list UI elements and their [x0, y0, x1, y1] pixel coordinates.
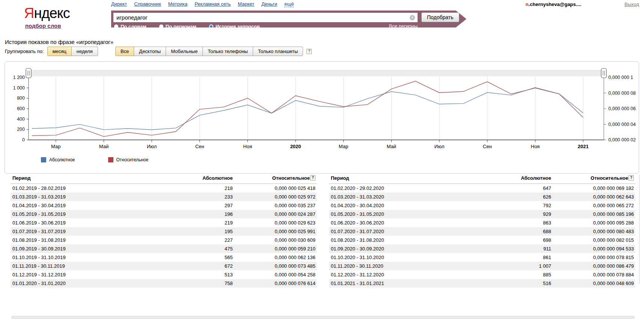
relative-cell: 0,000 000 073 485 — [234, 262, 317, 270]
table-row: 01.01.2020 - 31.01.20207580,000 000 076 … — [11, 279, 317, 288]
relative-cell: 0,000 000 059 210 — [234, 244, 317, 253]
range-slider-handle[interactable] — [601, 68, 606, 78]
mode-radio[interactable]: История запросов — [209, 24, 260, 29]
column-header: Период — [329, 173, 504, 184]
periods-table-2019: ПериодАбсолютноеОтносительное?01.02.2019… — [11, 173, 317, 288]
legend-label-relative: Относительное — [116, 157, 149, 162]
column-header: Абсолютное — [185, 173, 234, 184]
period-cell: 01.01.2020 - 31.01.2020 — [11, 279, 185, 288]
relative-cell: 0,000 000 094 533 — [553, 244, 635, 253]
device-filter-button[interactable]: Только планшеты — [253, 47, 303, 56]
device-filter-button[interactable]: Мобильные — [166, 47, 203, 56]
absolute-cell: 698 — [504, 236, 553, 244]
device-filter-button[interactable]: Только телефоны — [202, 47, 253, 56]
table-row: 01.02.2020 - 29.02.20206470,000 000 069 … — [329, 184, 635, 193]
svg-text:0,000 000 08: 0,000 000 08 — [608, 91, 636, 96]
account-email[interactable]: n.chernysheva@gaps.... — [525, 2, 581, 7]
absolute-cell: 219 — [185, 218, 234, 227]
absolute-cell: 565 — [185, 253, 234, 262]
period-cell: 01.12.2019 - 31.12.2019 — [11, 270, 185, 279]
series-line-relative — [32, 81, 583, 136]
help-icon[interactable]: ? — [629, 175, 634, 180]
help-icon[interactable]: ? — [306, 49, 312, 54]
absolute-cell: 196 — [185, 210, 234, 218]
column-header: Относительное? — [234, 173, 317, 184]
svg-text:2020: 2020 — [290, 144, 301, 149]
absolute-cell: 297 — [185, 201, 234, 210]
search-input[interactable] — [113, 13, 418, 22]
help-icon[interactable]: ? — [310, 175, 315, 180]
svg-text:0: 0 — [22, 137, 25, 143]
relative-cell: 0,000 000 082 015 — [553, 236, 635, 244]
logo-letter-ya: Я — [24, 5, 34, 21]
range-slider-track[interactable] — [29, 70, 604, 76]
yandex-logo[interactable]: Яндекс — [24, 5, 70, 21]
svg-text:Май: Май — [387, 144, 396, 149]
period-cell: 01.04.2020 - 30.04.2020 — [329, 201, 504, 210]
relative-cell: 0,000 000 078 884 — [553, 270, 635, 279]
table-row: 01.02.2019 - 28.02.20192180,000 000 025 … — [11, 184, 317, 193]
search-modes: По словамПо регионамИстория запросовВсе … — [114, 23, 418, 29]
legend-swatch-absolute — [41, 157, 46, 162]
table-row: 01.07.2019 - 31.07.20191950,000 000 025 … — [11, 227, 317, 236]
relative-cell: 0,000 000 095 288 — [553, 218, 635, 227]
nav-link[interactable]: Метрика — [168, 1, 187, 7]
absolute-cell: 647 — [504, 184, 553, 193]
device-filter-button[interactable]: Все — [115, 47, 134, 56]
svg-text:Ноя: Ноя — [531, 144, 540, 149]
all-regions-link[interactable]: Все регионы — [389, 23, 418, 29]
svg-text:Ноя: Ноя — [243, 144, 252, 149]
nav-link[interactable]: Маркет — [238, 1, 254, 7]
column-header: Относительное? — [553, 173, 635, 184]
absolute-cell: 475 — [185, 244, 234, 253]
legend-swatch-relative — [108, 157, 113, 162]
group-by-button[interactable]: месяц — [47, 47, 72, 56]
logout-link[interactable]: Выход — [624, 2, 639, 7]
period-cell: 01.09.2019 - 30.09.2019 — [11, 244, 185, 253]
nav-link[interactable]: Справочник — [134, 1, 161, 7]
period-cell: 01.02.2020 - 29.02.2020 — [329, 184, 504, 193]
wordstat-link[interactable]: подбор слов — [25, 23, 61, 29]
period-cell: 01.10.2020 - 31.10.2020 — [329, 253, 504, 262]
mode-radio[interactable]: По регионам — [159, 24, 196, 29]
submit-button[interactable]: Подобрать — [421, 12, 459, 22]
email-rest: .chernysheva@gaps.... — [528, 2, 581, 7]
clear-input-icon[interactable]: ✕ — [410, 15, 415, 20]
table-row: 01.08.2019 - 31.08.20192270,000 000 030 … — [11, 236, 317, 244]
group-by-button[interactable]: неделя — [71, 47, 98, 56]
relative-cell: 0,000 000 029 623 — [234, 218, 317, 227]
absolute-cell: 227 — [185, 236, 234, 244]
device-filter-button[interactable]: Десктопы — [134, 47, 166, 56]
absolute-cell: 218 — [185, 184, 234, 193]
period-cell: 01.04.2019 - 30.04.2019 — [11, 201, 185, 210]
table-row: 01.11.2019 - 30.11.20196720,000 000 073 … — [11, 262, 317, 270]
nav-link[interactable]: Рекламная сеть — [195, 1, 231, 7]
tables-right-divider — [639, 175, 639, 284]
svg-text:Май: Май — [99, 144, 109, 149]
period-cell: 01.08.2020 - 31.08.2020 — [329, 236, 504, 244]
page-title: История показов по фразе «игропедагог» — [5, 39, 113, 45]
column-header: Период — [11, 173, 185, 184]
svg-text:800: 800 — [17, 96, 25, 101]
svg-text:0,000 000 06: 0,000 000 06 — [608, 106, 636, 111]
absolute-cell: 688 — [504, 227, 553, 236]
range-slider-handle[interactable] — [26, 68, 31, 78]
period-cell: 01.01.2021 - 31.01.2021 — [329, 279, 504, 288]
relative-cell: 0,000 000 025 418 — [234, 184, 317, 193]
device-filter-buttons: ВсеДесктопыМобильныеТолько телефоныТольк… — [115, 47, 303, 56]
relative-cell: 0,000 000 076 614 — [234, 279, 317, 288]
table-row: 01.10.2019 - 31.10.20195650,000 000 062 … — [11, 253, 317, 262]
table-row: 01.04.2019 - 30.04.20192970,000 000 035 … — [11, 201, 317, 210]
horizontal-scrollbar[interactable] — [11, 316, 635, 319]
svg-text:0,000 000 04: 0,000 000 04 — [608, 122, 636, 127]
nav-link[interactable]: Деньги — [261, 1, 277, 7]
nav-link[interactable]: ещё — [284, 1, 294, 7]
relative-cell: 0,000 000 048 609 — [553, 279, 635, 288]
nav-link[interactable]: Директ — [111, 1, 127, 7]
absolute-cell: 911 — [504, 244, 553, 253]
mode-radio[interactable]: По словам — [114, 24, 146, 29]
svg-text:Сен: Сен — [483, 144, 492, 149]
periods-tables: ПериодАбсолютноеОтносительное?01.02.2019… — [11, 173, 635, 288]
period-cell: 01.02.2019 - 28.02.2019 — [11, 184, 185, 193]
period-cell: 01.11.2019 - 30.11.2019 — [11, 262, 185, 270]
